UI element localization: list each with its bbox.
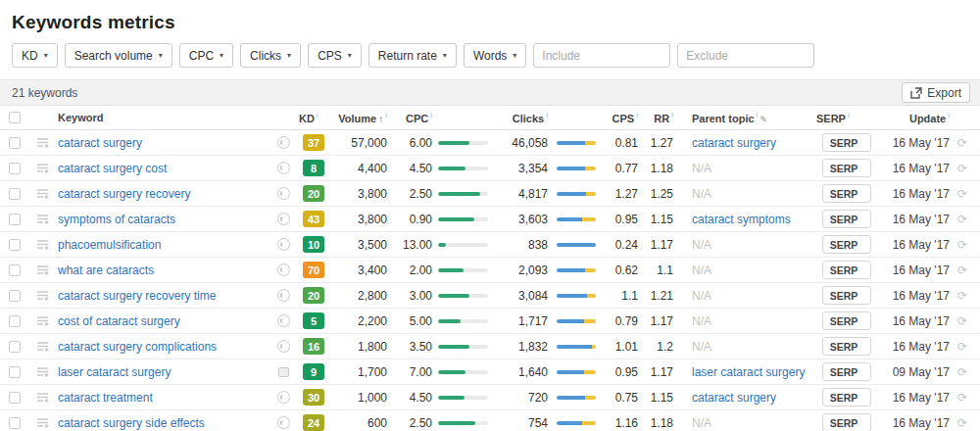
- row-checkbox[interactable]: [9, 290, 21, 302]
- serp-button[interactable]: SERP: [822, 388, 872, 407]
- keyword-link[interactable]: what are cataracts: [58, 263, 154, 277]
- serp-button[interactable]: SERP: [822, 286, 872, 305]
- chevron-down-icon: ▾: [44, 52, 48, 60]
- keyword-link[interactable]: cataract surgery recovery: [58, 187, 190, 201]
- update-date: 16 May '17: [880, 263, 953, 277]
- row-checkbox[interactable]: [9, 188, 21, 200]
- select-all-checkbox[interactable]: [9, 112, 21, 123]
- clicks-value: 4,817: [494, 187, 551, 201]
- refresh-icon[interactable]: ⟳: [957, 416, 967, 430]
- row-checkbox[interactable]: [9, 137, 21, 149]
- filter-dropdown[interactable]: CPC ▾: [179, 43, 233, 68]
- export-button[interactable]: Export: [902, 82, 970, 103]
- col-kd[interactable]: KDi: [296, 111, 331, 124]
- serp-button[interactable]: SERP: [822, 210, 872, 228]
- add-to-list-icon[interactable]: [36, 341, 49, 353]
- clicks-value: 2,093: [494, 263, 551, 277]
- col-rr[interactable]: RRi: [641, 111, 676, 124]
- add-to-list-icon[interactable]: [36, 417, 49, 429]
- refresh-icon[interactable]: ⟳: [957, 391, 967, 405]
- row-checkbox[interactable]: [9, 392, 21, 404]
- refresh-icon[interactable]: ⟳: [957, 314, 967, 328]
- serp-button[interactable]: SERP: [822, 261, 872, 279]
- keyword-link[interactable]: cataract surgery side effects: [58, 416, 205, 430]
- add-to-list-icon[interactable]: [36, 264, 49, 276]
- col-cpc[interactable]: CPCi: [390, 111, 435, 124]
- add-to-list-icon[interactable]: [36, 239, 49, 251]
- table-row: cataract surgery 37 57,000 6.00 46,058 0…: [0, 130, 980, 156]
- serp-button[interactable]: SERP: [822, 235, 872, 254]
- rr-value: 1.25: [641, 187, 676, 201]
- add-to-list-icon[interactable]: [36, 137, 49, 149]
- row-checkbox[interactable]: [9, 315, 21, 327]
- keyword-link[interactable]: cataract treatment: [58, 391, 153, 405]
- col-serp[interactable]: SERPi: [813, 111, 880, 124]
- row-checkbox[interactable]: [9, 417, 21, 429]
- serp-button[interactable]: SERP: [822, 159, 872, 177]
- clicks-value: 46,058: [494, 136, 551, 150]
- col-clicks[interactable]: Clicksi: [435, 111, 551, 124]
- info-icon: i: [317, 111, 318, 120]
- row-checkbox[interactable]: [9, 264, 21, 276]
- parent-topic-value[interactable]: laser cataract surgery: [692, 365, 805, 379]
- row-checkbox[interactable]: [9, 214, 21, 225]
- include-input[interactable]: [533, 43, 670, 68]
- row-checkbox[interactable]: [9, 239, 21, 251]
- col-cps[interactable]: CPSi: [551, 111, 641, 124]
- parent-topic-value[interactable]: cataract surgery: [692, 391, 776, 405]
- row-checkbox[interactable]: [9, 366, 21, 378]
- refresh-icon[interactable]: ⟳: [957, 340, 967, 354]
- col-update[interactable]: Updatei: [880, 111, 953, 124]
- serp-button[interactable]: SERP: [822, 362, 872, 381]
- refresh-icon[interactable]: ⟳: [957, 263, 967, 277]
- keyword-link[interactable]: cataract surgery recovery time: [58, 289, 216, 303]
- parent-topic-value[interactable]: cataract surgery: [692, 136, 776, 150]
- filter-dropdown[interactable]: CPS ▾: [308, 43, 362, 68]
- keyword-link[interactable]: symptoms of cataracts: [58, 213, 175, 226]
- add-to-list-icon[interactable]: [36, 315, 49, 327]
- keyword-link[interactable]: phacoemulsification: [58, 238, 161, 252]
- serp-button[interactable]: SERP: [822, 413, 872, 431]
- keyword-link[interactable]: cataract surgery cost: [58, 162, 167, 175]
- parent-topic-value: N/A: [692, 416, 711, 430]
- add-to-list-icon[interactable]: [36, 290, 49, 302]
- refresh-icon[interactable]: ⟳: [957, 162, 967, 175]
- refresh-icon[interactable]: ⟳: [957, 289, 967, 303]
- refresh-icon[interactable]: ⟳: [957, 136, 967, 150]
- serp-button[interactable]: SERP: [822, 311, 872, 330]
- add-to-list-icon[interactable]: [36, 188, 49, 200]
- parent-topic-value[interactable]: cataract symptoms: [692, 213, 791, 226]
- keyword-link[interactable]: cost of cataract surgery: [58, 314, 180, 328]
- filter-dropdown[interactable]: Return rate ▾: [368, 43, 457, 68]
- keyword-link[interactable]: cataract surgery: [58, 136, 142, 150]
- col-keyword[interactable]: Keyword: [55, 112, 270, 123]
- volume-value: 3,800: [331, 213, 390, 226]
- filter-dropdown[interactable]: Search volume ▾: [65, 43, 172, 68]
- cps-bar: [557, 141, 596, 145]
- rr-value: 1.17: [641, 314, 676, 328]
- keyword-link[interactable]: laser cataract surgery: [58, 365, 171, 379]
- refresh-icon[interactable]: ⟳: [957, 365, 967, 379]
- serp-button[interactable]: SERP: [822, 133, 872, 152]
- table-row: cataract surgery complications 16 1,800 …: [0, 334, 980, 359]
- refresh-icon[interactable]: ⟳: [957, 213, 967, 226]
- add-to-list-icon[interactable]: [36, 366, 49, 378]
- col-parent-topic[interactable]: Parent topici✎: [676, 111, 813, 124]
- exclude-input[interactable]: [677, 43, 814, 68]
- add-to-list-icon[interactable]: [36, 214, 49, 225]
- rr-value: 1.17: [641, 238, 676, 252]
- refresh-icon[interactable]: ⟳: [957, 187, 967, 201]
- refresh-icon[interactable]: ⟳: [957, 238, 967, 252]
- row-checkbox[interactable]: [9, 163, 21, 174]
- filter-dropdown[interactable]: Clicks ▾: [240, 43, 301, 68]
- serp-button[interactable]: SERP: [822, 337, 872, 356]
- keyword-link[interactable]: cataract surgery complications: [58, 340, 217, 354]
- add-to-list-icon[interactable]: [36, 392, 49, 404]
- row-checkbox[interactable]: [9, 341, 21, 353]
- serp-button[interactable]: SERP: [822, 184, 872, 203]
- filter-dropdown[interactable]: KD ▾: [12, 43, 58, 68]
- add-to-list-icon[interactable]: [36, 163, 49, 174]
- col-volume[interactable]: Volume↑i: [331, 111, 390, 124]
- clicks-value: 754: [494, 416, 551, 430]
- filter-dropdown[interactable]: Words ▾: [464, 43, 526, 68]
